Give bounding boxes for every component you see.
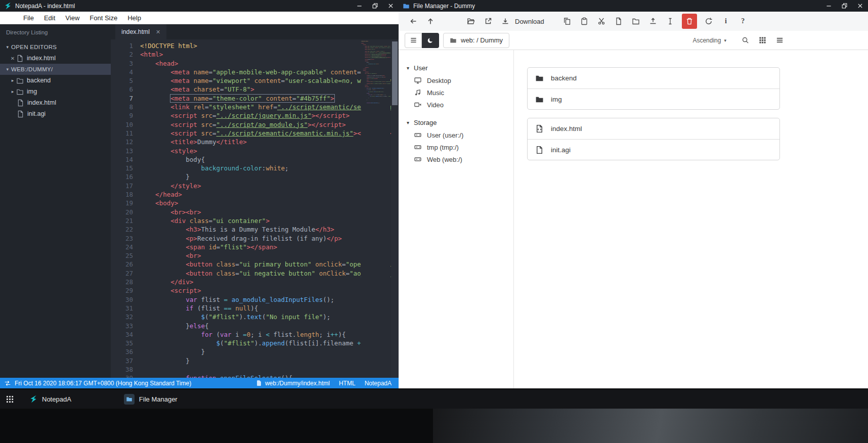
folder-icon xyxy=(16,77,24,84)
code-text-area[interactable]: <!DOCTYPE html><html> <head> <meta name=… xyxy=(140,39,399,378)
tab-close-icon[interactable]: ✕ xyxy=(156,29,160,35)
search-icon xyxy=(742,36,749,44)
notepada-titlebar[interactable]: NotepadA - index.html xyxy=(0,0,399,12)
sidebar-item-web-drive[interactable]: Web (web:/) xyxy=(399,153,513,165)
help-button[interactable]: ? xyxy=(735,14,751,29)
file-tree-sidebar: Directory Listing ▾ OPEN EDITORS ✕ index… xyxy=(0,24,111,378)
workspace-root[interactable]: ▾ WEB:/DUMMY/ xyxy=(0,64,111,75)
breadcrumb[interactable]: web: / Dummy xyxy=(443,33,509,48)
search-button[interactable] xyxy=(737,33,753,48)
rename-button[interactable] xyxy=(663,14,678,29)
file-icon xyxy=(256,380,262,386)
desktop-icon xyxy=(414,76,422,84)
close-button[interactable] xyxy=(383,0,399,12)
notepada-window: NotepadA - index.html File Edit View Fon… xyxy=(0,0,399,388)
close-button[interactable] xyxy=(852,0,868,12)
chevron-down-icon: ▾ xyxy=(407,65,409,71)
open-external-button[interactable] xyxy=(481,14,496,29)
editor-scrollbar[interactable] xyxy=(391,39,399,378)
sort-order-dropdown[interactable]: Ascending ▾ xyxy=(692,37,726,44)
sidebar-item-music[interactable]: Music xyxy=(399,86,513,99)
file-row-img[interactable]: img xyxy=(528,88,779,109)
open-editor-item[interactable]: ✕ index.html xyxy=(0,53,111,64)
navigation-bar: web: / Dummy Ascending ▾ xyxy=(399,31,868,50)
window-title: NotepadA - index.html xyxy=(15,3,75,10)
upload-button[interactable] xyxy=(645,14,661,29)
drive-icon xyxy=(414,131,422,139)
file-manager-window: File Manager - Dummy Download xyxy=(399,0,868,388)
grid-view-button[interactable] xyxy=(755,33,770,48)
notepada-logo-icon xyxy=(4,2,12,10)
open-folder-button[interactable] xyxy=(463,14,479,29)
tree-item-img[interactable]: ▸ img xyxy=(0,86,111,97)
delete-button[interactable] xyxy=(682,14,697,29)
list-view-button[interactable] xyxy=(772,33,787,48)
download-label[interactable]: Download xyxy=(515,18,544,25)
window-title: File Manager - Dummy xyxy=(413,3,475,10)
restore-button[interactable] xyxy=(837,0,852,12)
tree-item-init-agi[interactable]: init.agi xyxy=(0,108,111,119)
cut-button[interactable] xyxy=(594,14,609,29)
file-manager-icon xyxy=(124,394,135,405)
restore-button[interactable] xyxy=(367,0,383,12)
back-button[interactable] xyxy=(406,14,421,29)
download-button[interactable] xyxy=(498,14,513,29)
file-row-backend[interactable]: backend xyxy=(528,68,779,88)
copy-button[interactable] xyxy=(559,14,575,29)
menu-help[interactable]: Help xyxy=(122,12,146,24)
code-editor[interactable]: 1234567891011121314151617181920212223242… xyxy=(111,39,399,378)
grid-view-icon xyxy=(759,36,766,44)
menu-font-size[interactable]: Font Size xyxy=(84,12,122,24)
drive-icon xyxy=(414,143,422,151)
minimize-button[interactable] xyxy=(821,0,837,12)
menu-view[interactable]: View xyxy=(60,12,84,24)
app-launcher-button[interactable] xyxy=(0,389,19,409)
file-manager-titlebar[interactable]: File Manager - Dummy xyxy=(399,0,868,12)
apps-grid-icon xyxy=(6,395,14,403)
status-bar: Fri Oct 16 2020 18:06:17 GMT+0800 (Hong … xyxy=(0,378,399,388)
folder-icon xyxy=(403,3,410,10)
file-row-init-agi[interactable]: init.agi xyxy=(528,139,779,160)
tree-item-backend[interactable]: ▸ backend xyxy=(0,75,111,86)
folder-icon xyxy=(535,74,544,82)
taskbar-item-notepada[interactable]: NotepadA xyxy=(24,389,76,409)
desktop: NotepadA - index.html File Edit View Fon… xyxy=(0,0,868,443)
sidebar-item-video[interactable]: Video xyxy=(399,99,513,111)
open-editors-section[interactable]: ▾ OPEN EDITORS xyxy=(0,41,111,53)
tab-index-html[interactable]: index.html ✕ xyxy=(115,24,166,39)
sidebar-item-tmp-drive[interactable]: tmp (tmp:/) xyxy=(399,141,513,153)
minimap[interactable]: <!DOCTYPE html><html> <head> <meta name=… xyxy=(361,40,390,378)
new-folder-button[interactable] xyxy=(628,14,643,29)
close-editor-icon[interactable]: ✕ xyxy=(9,56,16,61)
new-file-button[interactable] xyxy=(611,14,626,29)
moon-icon xyxy=(427,37,434,44)
chevron-right-icon: ▸ xyxy=(9,78,16,83)
minimize-button[interactable] xyxy=(352,0,367,12)
folder-icon xyxy=(535,95,544,104)
tree-item-index-html[interactable]: index.html xyxy=(0,97,111,108)
up-button[interactable] xyxy=(423,14,438,29)
folder-icon xyxy=(16,88,24,96)
taskbar-item-file-manager[interactable]: File Manager xyxy=(119,389,183,409)
sidebar-item-desktop[interactable]: Desktop xyxy=(399,74,513,86)
video-icon xyxy=(414,101,422,109)
dark-mode-toggle-button[interactable] xyxy=(422,33,439,48)
sync-arrows-icon xyxy=(4,380,11,387)
sidebar-item-user-drive[interactable]: User (user:/) xyxy=(399,129,513,141)
menu-file[interactable]: File xyxy=(18,12,39,24)
sidebar-header: Directory Listing xyxy=(0,24,111,41)
info-button[interactable]: i xyxy=(718,14,733,29)
file-row-index-html[interactable]: index.html xyxy=(528,118,779,139)
menu-toggle-button[interactable] xyxy=(405,33,422,48)
paste-button[interactable] xyxy=(577,14,592,29)
toolbar: Download i ? xyxy=(399,12,868,31)
section-user[interactable]: ▾ User xyxy=(399,61,513,74)
section-storage[interactable]: ▾ Storage xyxy=(399,116,513,129)
menu-edit[interactable]: Edit xyxy=(39,12,60,24)
scrollbar-thumb[interactable] xyxy=(392,41,398,105)
status-app-name: NotepadA xyxy=(365,380,392,387)
refresh-button[interactable] xyxy=(701,14,716,29)
status-file-path: web:/Dummy/index.html xyxy=(265,380,330,387)
file-icon xyxy=(535,146,544,154)
line-number-gutter: 1234567891011121314151617181920212223242… xyxy=(111,39,140,378)
